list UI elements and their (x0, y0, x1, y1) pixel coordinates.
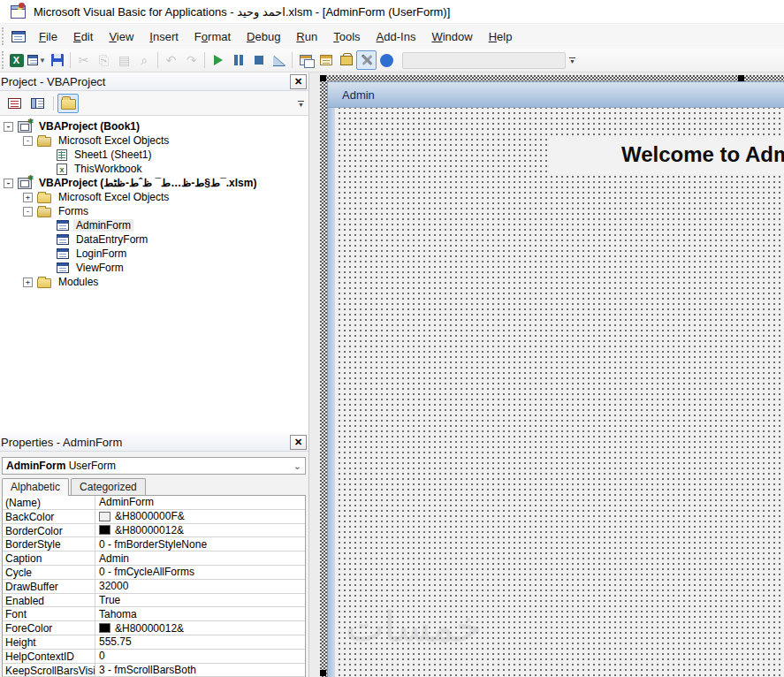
tab-alphabetic[interactable]: Alphabetic (2, 478, 69, 496)
redo-button[interactable]: ↷ (181, 50, 202, 70)
collapse-icon[interactable]: - (4, 122, 13, 132)
tree-item-label[interactable]: AdminForm (73, 219, 133, 232)
copy-button[interactable]: ⎘ (94, 50, 114, 70)
menu-item-window[interactable]: Window (423, 27, 480, 47)
tree-item-label[interactable]: Forms (56, 205, 91, 217)
menu-item-insert[interactable]: Insert (141, 27, 186, 47)
menu-item-view[interactable]: View (101, 27, 141, 47)
properties-window-button[interactable] (316, 50, 336, 70)
toolbox-button[interactable] (356, 50, 377, 70)
property-value[interactable]: 555.75 (95, 635, 305, 649)
find-button[interactable]: ⌕ (134, 50, 155, 70)
object-browser-button[interactable] (336, 50, 356, 70)
selection-handle-top-middle[interactable] (738, 75, 744, 81)
help-button[interactable] (377, 50, 397, 70)
menubar-grip-handle[interactable] (2, 27, 6, 45)
collapse-icon[interactable]: - (23, 207, 33, 217)
tree-item-forms[interactable]: -Forms (0, 204, 308, 218)
property-value[interactable]: 0 (95, 650, 305, 663)
toolbar-overflow-button[interactable]: ▼ (567, 50, 578, 70)
userform-window[interactable]: Admin Welcome to Admin خمسات (327, 81, 784, 677)
property-value[interactable]: True (95, 594, 305, 607)
property-row-helpcontextid[interactable]: HelpContextID0 (3, 650, 305, 664)
property-row-name[interactable]: (Name)AdminForm (3, 496, 305, 510)
undo-button[interactable]: ↶ (161, 50, 181, 70)
tree-item-label[interactable]: Microsoft Excel Objects (56, 134, 171, 147)
design-mode-button[interactable] (269, 50, 289, 70)
properties-panel-close-button[interactable]: ✕ (290, 435, 307, 450)
tree-item-label[interactable]: ViewForm (73, 262, 126, 274)
tree-item-label[interactable]: VBAProject (ط§ط-ظ…ط¯ ظˆط-ظٹط¯.xlsm) (36, 177, 259, 189)
tree-item-label[interactable]: DataEntryForm (73, 233, 150, 246)
tree-item-thisworkbook[interactable]: xThisWorkbook (0, 162, 308, 176)
tree-item-viewform[interactable]: ViewForm (0, 261, 308, 275)
tree-item-label[interactable]: Modules (56, 276, 101, 288)
toolbar-combo[interactable] (402, 52, 566, 69)
menu-item-file[interactable]: File (31, 27, 65, 47)
tree-item-vbaproject-xlsm[interactable]: -VBAProject (ط§ط-ظ…ط¯ ظˆط-ظٹط¯.xlsm) (0, 176, 308, 190)
property-row-borderstyle[interactable]: BorderStyle0 - fmBorderStyleNone (3, 537, 305, 551)
property-row-height[interactable]: Height555.75 (3, 635, 305, 650)
menu-item-help[interactable]: Help (481, 27, 521, 47)
menu-item-tools[interactable]: Tools (325, 27, 368, 47)
object-selector-combo[interactable]: AdminForm UserForm ⌄ (2, 457, 306, 475)
property-value[interactable]: AdminForm (95, 496, 305, 509)
tree-item-microsoft-excel-objects[interactable]: +Microsoft Excel Objects (0, 190, 308, 204)
paste-button[interactable]: ▤ (114, 50, 134, 70)
tree-item-label[interactable]: LoginForm (73, 247, 129, 260)
reset-button[interactable] (248, 50, 269, 70)
property-value[interactable]: Admin (95, 551, 305, 565)
tree-item-dataentryform[interactable]: DataEntryForm (0, 232, 308, 247)
tree-item-vbaproject-book1[interactable]: -VBAProject (Book1) (0, 119, 308, 133)
tree-item-modules[interactable]: +Modules (0, 275, 308, 289)
property-row-forecolor[interactable]: ForeColor&H80000012& (3, 621, 305, 635)
project-explorer-button[interactable] (295, 50, 316, 70)
menu-item-edit[interactable]: Edit (65, 27, 101, 47)
view-object-button[interactable] (27, 94, 48, 113)
welcome-label-control[interactable]: Welcome to Admin (549, 135, 784, 173)
tree-item-label[interactable]: ThisWorkbook (72, 163, 144, 175)
tree-item-microsoft-excel-objects[interactable]: -Microsoft Excel Objects (0, 133, 308, 148)
menu-item-format[interactable]: Format (186, 27, 239, 47)
tree-item-label[interactable]: Sheet1 (Sheet1) (72, 148, 154, 161)
property-value[interactable]: 32000 (95, 580, 305, 593)
project-panel-close-button[interactable]: ✕ (290, 74, 307, 89)
selection-handle-top-left[interactable] (320, 75, 326, 81)
collapse-icon[interactable]: - (23, 136, 33, 146)
view-code-button[interactable] (4, 94, 25, 113)
property-value[interactable]: &H80000012& (95, 524, 305, 537)
property-row-font[interactable]: FontTahoma (3, 607, 305, 621)
run-sub-userform-button[interactable] (208, 50, 228, 70)
property-value[interactable]: &H80000012& (95, 621, 305, 635)
menu-item-debug[interactable]: Debug (239, 27, 288, 47)
property-row-backcolor[interactable]: BackColor&H8000000F& (3, 510, 305, 524)
insert-userform-button[interactable]: ▼ (27, 50, 47, 70)
property-row-enabled[interactable]: EnabledTrue (3, 594, 305, 608)
property-value[interactable]: &H8000000F& (95, 510, 305, 523)
menu-item-addins[interactable]: Add-Ins (369, 27, 424, 47)
expand-icon[interactable]: + (23, 278, 33, 287)
tree-item-label[interactable]: VBAProject (Book1) (36, 120, 142, 133)
view-microsoft-excel-button[interactable]: X (6, 50, 27, 70)
collapse-icon[interactable]: - (4, 179, 13, 188)
property-row-caption[interactable]: CaptionAdmin (3, 551, 305, 566)
userform-grid-surface[interactable]: Welcome to Admin خمسات (335, 108, 784, 677)
userform-body[interactable]: Welcome to Admin خمسات (328, 108, 784, 677)
property-row-keepscrollbarsvisible[interactable]: KeepScrollBarsVisible3 - fmScrollBarsBot… (3, 664, 305, 677)
tree-item-label[interactable]: Microsoft Excel Objects (56, 191, 171, 203)
property-row-bordercolor[interactable]: BorderColor&H80000012& (3, 524, 305, 538)
save-button[interactable] (47, 50, 67, 70)
property-value[interactable]: 0 - fmBorderStyleNone (95, 537, 305, 551)
property-value[interactable]: 3 - fmScrollBarsBoth (95, 664, 305, 677)
child-window-icon[interactable] (11, 31, 26, 42)
selection-handle-left-bottom[interactable] (320, 670, 326, 676)
property-row-drawbuffer[interactable]: DrawBuffer32000 (3, 580, 305, 594)
tree-item-sheet1-sheet1[interactable]: Sheet1 (Sheet1) (0, 148, 308, 162)
property-row-cycle[interactable]: Cycle0 - fmCycleAllForms (3, 566, 305, 580)
menu-item-run[interactable]: Run (288, 27, 325, 47)
tree-item-loginform[interactable]: LoginForm (0, 247, 308, 261)
project-toolbar-overflow-button[interactable]: ▼ (295, 94, 307, 113)
tree-item-adminform[interactable]: AdminForm (0, 218, 308, 232)
cut-button[interactable]: ✂ (73, 50, 94, 70)
property-value[interactable]: Tahoma (95, 607, 305, 620)
